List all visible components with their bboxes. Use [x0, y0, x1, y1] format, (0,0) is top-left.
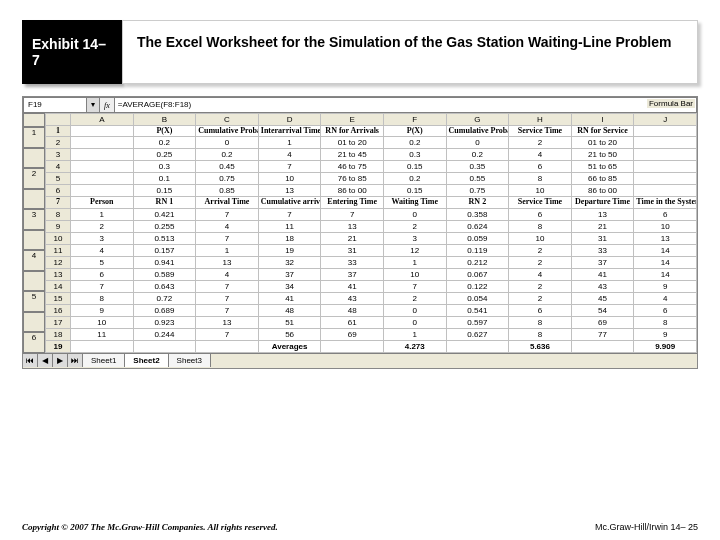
cell[interactable]: 7 [196, 208, 259, 220]
cell[interactable]: 2 [509, 244, 572, 256]
column-header[interactable]: A [71, 114, 134, 126]
row-number[interactable]: 7 [46, 197, 71, 208]
outline-number[interactable] [23, 189, 45, 210]
cell[interactable]: 34 [258, 280, 321, 292]
cell[interactable]: 13 [321, 220, 384, 232]
cell[interactable]: 21 [321, 232, 384, 244]
cell[interactable]: 18 [258, 232, 321, 244]
cell[interactable]: 4.273 [383, 340, 446, 352]
cell[interactable]: 56 [258, 328, 321, 340]
cell[interactable] [71, 173, 134, 185]
cell[interactable]: Service Time [509, 197, 572, 208]
cell[interactable]: Service Time [509, 126, 572, 137]
cell[interactable]: 10 [258, 173, 321, 185]
cell[interactable]: 6 [634, 304, 697, 316]
cell[interactable]: 45 [571, 292, 634, 304]
row-number[interactable]: 6 [46, 185, 71, 197]
cell[interactable]: 0.3 [383, 149, 446, 161]
cell[interactable]: 7 [196, 292, 259, 304]
cell[interactable]: 4 [509, 149, 572, 161]
cell[interactable]: 8 [71, 292, 134, 304]
cell[interactable]: 43 [571, 280, 634, 292]
cell[interactable]: 0.75 [196, 173, 259, 185]
cell[interactable]: 31 [321, 244, 384, 256]
cell[interactable]: 6 [509, 304, 572, 316]
outline-number[interactable] [23, 312, 45, 333]
cell[interactable]: 7 [258, 161, 321, 173]
cell[interactable]: 37 [571, 256, 634, 268]
cell[interactable]: 0.157 [133, 244, 196, 256]
cell[interactable]: 0.244 [133, 328, 196, 340]
row-number[interactable]: 4 [46, 161, 71, 173]
cell[interactable]: 10 [509, 232, 572, 244]
cell[interactable] [571, 340, 634, 352]
cell[interactable]: Cumulative Probability [446, 126, 509, 137]
cell[interactable]: 41 [321, 280, 384, 292]
cell[interactable]: 37 [258, 268, 321, 280]
cell[interactable]: 7 [196, 232, 259, 244]
cell[interactable]: 0.1 [133, 173, 196, 185]
cell[interactable]: 7 [321, 208, 384, 220]
row-number[interactable]: 3 [46, 149, 71, 161]
cell[interactable]: 8 [509, 328, 572, 340]
cell[interactable]: 1 [383, 256, 446, 268]
cell[interactable]: 0.75 [446, 185, 509, 197]
cell[interactable] [71, 126, 134, 137]
row-number[interactable]: 8 [46, 208, 71, 220]
column-header[interactable]: D [258, 114, 321, 126]
cell[interactable]: 6 [509, 161, 572, 173]
cell[interactable]: 0.255 [133, 220, 196, 232]
column-header[interactable]: C [196, 114, 259, 126]
cell[interactable]: 4 [509, 268, 572, 280]
worksheet-grid[interactable]: ABCDEFGHIJ 1P(X)Cumulative ProbabilityIn… [45, 113, 697, 353]
cell[interactable]: 7 [196, 328, 259, 340]
cell[interactable]: 32 [258, 256, 321, 268]
cell[interactable]: 19 [258, 244, 321, 256]
cell[interactable]: 13 [196, 256, 259, 268]
cell[interactable]: Person [71, 197, 134, 208]
cell[interactable]: 10 [509, 185, 572, 197]
cell[interactable]: 66 to 85 [571, 173, 634, 185]
cell[interactable]: 0.627 [446, 328, 509, 340]
cell[interactable] [133, 340, 196, 352]
row-number[interactable]: 10 [46, 232, 71, 244]
cell[interactable]: 2 [71, 220, 134, 232]
cell[interactable] [71, 161, 134, 173]
cell[interactable]: Time in the System [634, 197, 697, 208]
column-header[interactable]: E [321, 114, 384, 126]
cell[interactable] [634, 126, 697, 137]
column-header[interactable]: B [133, 114, 196, 126]
cell[interactable]: Cumulative arrival time [258, 197, 321, 208]
cell[interactable]: 2 [509, 137, 572, 149]
sheet-tab[interactable]: Sheet1 [83, 354, 125, 367]
cell[interactable]: 5.636 [509, 340, 572, 352]
cell[interactable]: 8 [634, 316, 697, 328]
cell[interactable]: 31 [571, 232, 634, 244]
cell[interactable]: 41 [571, 268, 634, 280]
cell[interactable]: 14 [634, 268, 697, 280]
cell[interactable]: 9 [634, 328, 697, 340]
cell[interactable]: 14 [634, 256, 697, 268]
cell[interactable]: Departure Time [571, 197, 634, 208]
tab-nav-button[interactable]: ⏮ [23, 354, 38, 367]
tab-nav-button[interactable]: ▶ [53, 354, 68, 367]
cell[interactable]: 5 [71, 256, 134, 268]
outline-number[interactable]: 2 [23, 168, 45, 189]
cell[interactable] [196, 340, 259, 352]
cell[interactable]: RN for Arrivals [321, 126, 384, 137]
cell[interactable]: 11 [258, 220, 321, 232]
cell[interactable]: 2 [509, 280, 572, 292]
cell[interactable]: Averages [258, 340, 321, 352]
cell[interactable]: 6 [509, 208, 572, 220]
row-number[interactable]: 13 [46, 268, 71, 280]
cell[interactable]: 8 [509, 173, 572, 185]
cell[interactable]: 7 [196, 304, 259, 316]
cell[interactable]: 0.421 [133, 208, 196, 220]
cell[interactable]: 41 [258, 292, 321, 304]
cell[interactable]: 46 to 75 [321, 161, 384, 173]
cell[interactable]: 0.2 [133, 137, 196, 149]
row-number[interactable]: 14 [46, 280, 71, 292]
outline-number[interactable]: 3 [23, 209, 45, 230]
cell[interactable]: 0.513 [133, 232, 196, 244]
cell[interactable]: 7 [196, 280, 259, 292]
